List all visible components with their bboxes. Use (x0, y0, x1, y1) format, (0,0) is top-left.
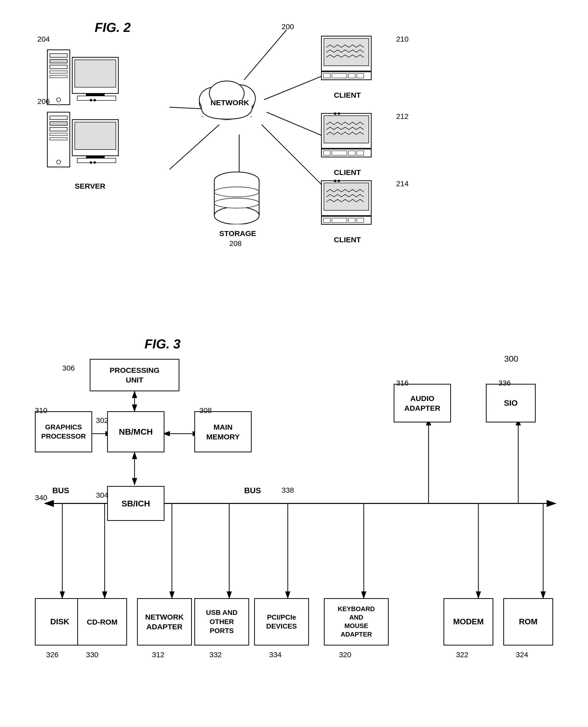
processing-unit-box: PROCESSING UNIT (90, 359, 180, 391)
ref-330: 330 (86, 650, 99, 659)
server1-icon (45, 45, 125, 115)
ref-340: 340 (35, 494, 47, 502)
svg-point-48 (214, 187, 259, 197)
ref-304: 304 (96, 491, 108, 499)
graphics-box: GRAPHICS PROCESSOR (35, 411, 92, 452)
svg-rect-8 (50, 54, 67, 57)
client1-label: CLIENT (334, 91, 361, 100)
server2-icon (45, 107, 125, 177)
storage-label: STORAGE (219, 229, 256, 238)
bus2-label: BUS (244, 486, 261, 495)
svg-point-74 (338, 180, 340, 182)
svg-point-14 (57, 103, 60, 106)
svg-rect-32 (77, 158, 116, 163)
svg-point-33 (90, 161, 92, 164)
server2-group: 206 SERVER (45, 107, 125, 178)
ref-308: 308 (199, 406, 212, 415)
svg-rect-11 (50, 71, 67, 73)
svg-rect-54 (332, 74, 347, 78)
svg-rect-67 (324, 183, 369, 210)
nbmch-label: NB/MCH (119, 426, 153, 437)
disk-label: DISK (50, 617, 69, 627)
svg-rect-60 (323, 151, 330, 155)
fig2-title: FIG. 2 (95, 20, 130, 35)
ref-300: 300 (504, 354, 518, 364)
ref-334: 334 (269, 650, 281, 659)
svg-rect-16 (75, 60, 116, 87)
ref-208: 208 (229, 239, 242, 248)
server2-label: SERVER (75, 182, 105, 190)
keyboard-label: KEYBOARD AND MOUSE ADAPTER (338, 605, 375, 639)
cdrom-box: CD-ROM (77, 598, 127, 645)
svg-point-65 (338, 112, 340, 115)
mainmem-label: MAIN MEMORY (206, 422, 240, 442)
ref-322: 322 (456, 650, 468, 659)
svg-rect-58 (324, 116, 369, 143)
svg-point-34 (93, 161, 96, 164)
sio-box: SIO (486, 384, 536, 422)
svg-rect-69 (323, 218, 330, 223)
svg-point-47 (214, 207, 259, 224)
ref-302: 302 (96, 416, 108, 425)
svg-point-28 (57, 166, 60, 168)
svg-point-20 (93, 99, 96, 101)
client1-svg (319, 35, 389, 85)
svg-rect-71 (348, 218, 355, 223)
svg-rect-24 (50, 127, 67, 131)
sbich-box: SB/ICH (107, 486, 164, 521)
nbmch-box: NB/MCH (107, 411, 164, 452)
svg-point-64 (334, 112, 336, 115)
svg-rect-26 (50, 138, 67, 140)
svg-rect-25 (50, 133, 67, 136)
client1-group: 210 CLIENT (319, 35, 389, 86)
usb-label: USB AND OTHER PORTS (206, 608, 238, 635)
ref-214: 214 (396, 180, 408, 188)
ref-324: 324 (516, 650, 528, 659)
modem-label: MODEM (453, 617, 484, 627)
pci-box: PCI/PCIe DEVICES (254, 598, 309, 645)
svg-point-13 (57, 98, 61, 102)
svg-rect-18 (77, 96, 116, 100)
sio-label: SIO (504, 398, 518, 409)
svg-point-49 (214, 198, 259, 208)
svg-rect-72 (357, 218, 364, 223)
ref-200: 200 (281, 22, 294, 31)
audio-label: AUDIO ADAPTER (404, 394, 440, 413)
ref-320: 320 (339, 650, 351, 659)
svg-rect-23 (50, 122, 67, 125)
storage-svg (209, 169, 264, 224)
svg-rect-70 (332, 218, 347, 223)
svg-point-73 (334, 180, 336, 182)
ref-316: 316 (396, 379, 408, 387)
ref-336: 336 (498, 379, 511, 387)
keyboard-box: KEYBOARD AND MOUSE ADAPTER (324, 598, 389, 645)
ref-210: 210 (396, 35, 408, 43)
audio-box: AUDIO ADAPTER (394, 384, 451, 422)
ref-306: 306 (62, 364, 75, 372)
fig3-diagram: FIG. 3 300 (20, 334, 568, 708)
svg-rect-56 (357, 74, 364, 78)
svg-rect-22 (50, 116, 67, 120)
svg-rect-30 (75, 122, 116, 149)
processing-unit-label: PROCESSING UNIT (110, 366, 160, 385)
ref-326: 326 (46, 650, 59, 659)
svg-rect-10 (50, 65, 67, 69)
fig3-title: FIG. 3 (145, 336, 181, 351)
netadapter-label: NETWORK ADAPTER (145, 612, 184, 631)
client2-group: 212 CLIENT (319, 112, 389, 163)
client2-label: CLIENT (334, 168, 361, 177)
svg-rect-63 (357, 151, 364, 155)
ref-310: 310 (35, 406, 47, 415)
svg-rect-55 (348, 74, 355, 78)
fig2-diagram: FIG. 2 200 204 (20, 15, 568, 314)
bus1-label: BUS (52, 486, 69, 495)
svg-rect-9 (50, 59, 67, 63)
client3-group: 214 CLIENT (319, 180, 389, 230)
usb-box: USB AND OTHER PORTS (194, 598, 249, 645)
storage-group: STORAGE 208 (209, 169, 264, 225)
client2-svg (319, 112, 389, 162)
ref-204: 204 (37, 35, 50, 43)
svg-point-27 (57, 160, 61, 164)
pci-label: PCI/PCIe DEVICES (266, 613, 297, 631)
ref-212: 212 (396, 112, 408, 121)
